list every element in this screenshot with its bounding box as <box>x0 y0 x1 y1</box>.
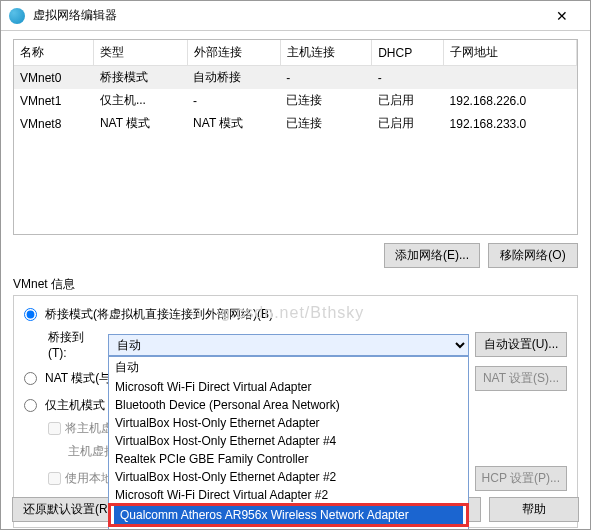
cell-host: 已连接 <box>280 112 371 135</box>
bridge-select[interactable]: 自动 <box>108 334 469 356</box>
table-row[interactable]: VMnet8NAT 模式NAT 模式已连接已启用192.168.233.0 <box>14 112 577 135</box>
cell-ext: NAT 模式 <box>187 112 280 135</box>
window-title: 虚拟网络编辑器 <box>33 7 542 24</box>
nat-radio-label: NAT 模式(与 <box>45 370 111 387</box>
nat-radio[interactable] <box>24 372 37 385</box>
col-header[interactable]: DHCP <box>372 40 444 66</box>
col-header[interactable]: 名称 <box>14 40 94 66</box>
bridge-select-wrap: 自动 自动Microsoft Wi-Fi Direct Virtual Adap… <box>108 334 469 356</box>
col-header[interactable]: 外部连接 <box>187 40 280 66</box>
auto-settings-button[interactable]: 自动设置(U)... <box>475 332 567 357</box>
use-local-label: 使用本地 <box>65 470 113 487</box>
dropdown-option[interactable]: Realtek PCIe GBE Family Controller <box>109 450 468 468</box>
dropdown-option[interactable]: Bluetooth Device (Personal Area Network) <box>109 396 468 414</box>
remove-network-button[interactable]: 移除网络(O) <box>488 243 578 268</box>
table-row[interactable]: VMnet0桥接模式自动桥接-- <box>14 66 577 90</box>
hostonly-radio-label: 仅主机模式 <box>45 397 105 414</box>
cell-dhcp: 已启用 <box>372 112 444 135</box>
col-header[interactable]: 子网地址 <box>444 40 577 66</box>
cell-type: 仅主机... <box>94 89 187 112</box>
dropdown-option[interactable]: 自动 <box>109 357 468 378</box>
dropdown-option[interactable]: Microsoft Wi-Fi Direct Virtual Adapter #… <box>109 486 468 504</box>
dropdown-option[interactable]: VirtualBox Host-Only Ethernet Adapter <box>109 414 468 432</box>
dropdown-option[interactable]: VirtualBox Host-Only Ethernet Adapter #3 <box>109 526 468 531</box>
cell-dhcp: - <box>372 66 444 90</box>
bridge-to-row: 桥接到(T): 自动 自动Microsoft Wi-Fi Direct Virt… <box>48 329 567 360</box>
cell-subnet: 192.168.233.0 <box>444 112 577 135</box>
dropdown-option[interactable]: Qualcomm Atheros AR956x Wireless Network… <box>108 503 469 527</box>
cell-type: NAT 模式 <box>94 112 187 135</box>
app-icon <box>9 8 25 24</box>
bridge-radio-row[interactable]: 桥接模式(将虚拟机直接连接到外部网络)(B) <box>24 306 567 323</box>
vmnet-group-label: VMnet 信息 <box>13 276 578 293</box>
dhcp-settings-button: HCP 设置(P)... <box>475 466 567 491</box>
col-header[interactable]: 类型 <box>94 40 187 66</box>
close-icon[interactable]: ✕ <box>542 8 582 24</box>
cell-dhcp: 已启用 <box>372 89 444 112</box>
table-buttons: 添加网络(E)... 移除网络(O) <box>13 243 578 268</box>
connect-host-checkbox <box>48 422 61 435</box>
bridge-dropdown-panel[interactable]: 自动Microsoft Wi-Fi Direct Virtual Adapter… <box>108 356 469 531</box>
help-button[interactable]: 帮助 <box>489 497 579 522</box>
cell-host: - <box>280 66 371 90</box>
cell-name: VMnet8 <box>14 112 94 135</box>
dropdown-option[interactable]: Microsoft Wi-Fi Direct Virtual Adapter <box>109 378 468 396</box>
vmnet-table: 名称类型外部连接主机连接DHCP子网地址 VMnet0桥接模式自动桥接--VMn… <box>13 39 578 235</box>
cell-type: 桥接模式 <box>94 66 187 90</box>
cell-host: 已连接 <box>280 89 371 112</box>
cell-name: VMnet1 <box>14 89 94 112</box>
col-header[interactable]: 主机连接 <box>280 40 371 66</box>
titlebar: 虚拟网络编辑器 ✕ <box>1 1 590 31</box>
use-local-checkbox <box>48 472 61 485</box>
cell-subnet <box>444 66 577 90</box>
table-row[interactable]: VMnet1仅主机...-已连接已启用192.168.226.0 <box>14 89 577 112</box>
content: 名称类型外部连接主机连接DHCP子网地址 VMnet0桥接模式自动桥接--VMn… <box>1 31 590 530</box>
vmnet-group: 桥接模式(将虚拟机直接连接到外部网络)(B) 桥接到(T): 自动 自动Micr… <box>13 295 578 528</box>
cell-name: VMnet0 <box>14 66 94 90</box>
dropdown-option[interactable]: VirtualBox Host-Only Ethernet Adapter #2 <box>109 468 468 486</box>
restore-defaults-button[interactable]: 还原默认设置(R) <box>12 497 123 522</box>
hostonly-radio[interactable] <box>24 399 37 412</box>
cell-ext: 自动桥接 <box>187 66 280 90</box>
bridge-radio-label: 桥接模式(将虚拟机直接连接到外部网络)(B) <box>45 306 273 323</box>
bridge-to-label: 桥接到(T): <box>48 329 102 360</box>
cell-ext: - <box>187 89 280 112</box>
nat-settings-button: NAT 设置(S)... <box>475 366 567 391</box>
bridge-radio[interactable] <box>24 308 37 321</box>
add-network-button[interactable]: 添加网络(E)... <box>384 243 480 268</box>
dropdown-option[interactable]: VirtualBox Host-Only Ethernet Adapter #4 <box>109 432 468 450</box>
cell-subnet: 192.168.226.0 <box>444 89 577 112</box>
